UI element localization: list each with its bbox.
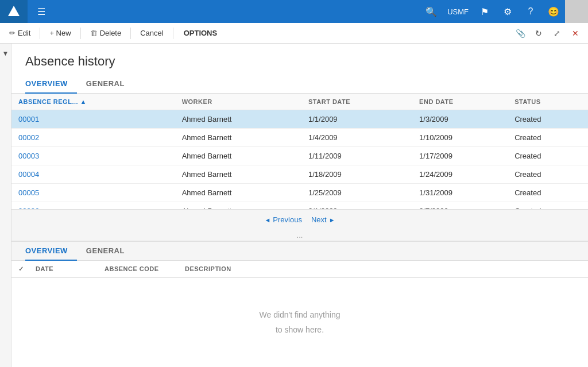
table-row[interactable]: 00005Ahmed Barnett1/25/20091/31/2009Crea… bbox=[11, 184, 588, 202]
top-nav: ☰ 🔍 USMF ⚑ ⚙ ? 😊 bbox=[0, 0, 588, 23]
flag-icon: ⚑ bbox=[481, 6, 489, 17]
lower-col-code: ABSENCE CODE bbox=[105, 265, 185, 273]
table-row[interactable]: 00001Ahmed Barnett1/1/20091/3/2009Create… bbox=[11, 110, 588, 129]
nav-left: ☰ bbox=[0, 0, 55, 23]
options-label[interactable]: OPTIONS bbox=[178, 26, 223, 40]
attach-button[interactable]: 📎 bbox=[512, 25, 528, 41]
next-arrow-icon: ► bbox=[329, 217, 335, 223]
help-icon: ? bbox=[528, 6, 533, 17]
tab-general-lower[interactable]: GENERAL bbox=[86, 242, 134, 261]
hamburger-button[interactable]: ☰ bbox=[28, 0, 55, 23]
tab-general-upper[interactable]: GENERAL bbox=[86, 75, 134, 94]
content-area: Absence history OVERVIEW GENERAL ABSENCE… bbox=[11, 44, 588, 367]
flag-button[interactable]: ⚑ bbox=[473, 0, 496, 23]
empty-message: We didn't find anything to show here. bbox=[11, 278, 588, 367]
user-button[interactable]: 😊 bbox=[542, 0, 565, 23]
search-icon: 🔍 bbox=[425, 6, 437, 17]
cancel-button[interactable]: Cancel bbox=[136, 26, 168, 40]
filter-icon[interactable]: ▼ bbox=[2, 49, 9, 57]
lower-col-check: ✓ bbox=[18, 265, 36, 273]
delete-button[interactable]: 🗑 Delete bbox=[86, 26, 126, 40]
tab-overview-lower[interactable]: OVERVIEW bbox=[25, 242, 77, 261]
previous-button[interactable]: ◄ Previous bbox=[264, 215, 301, 224]
lower-tabs: OVERVIEW GENERAL bbox=[11, 242, 588, 261]
separator-2 bbox=[80, 28, 81, 39]
app-logo[interactable] bbox=[0, 0, 28, 23]
table-wrapper[interactable]: ABSENCE REGL... ▲ WORKER START DATE END … bbox=[11, 94, 588, 209]
nav-right: 🔍 USMF ⚑ ⚙ ? 😊 bbox=[420, 0, 588, 23]
expand-icon: ⤢ bbox=[554, 29, 560, 38]
help-button[interactable]: ? bbox=[519, 0, 542, 23]
table-row[interactable]: 00002Ahmed Barnett1/4/20091/10/2009Creat… bbox=[11, 129, 588, 147]
table-row[interactable]: 00003Ahmed Barnett1/11/20091/17/2009Crea… bbox=[11, 147, 588, 165]
refresh-icon: ↻ bbox=[535, 29, 542, 38]
hamburger-icon: ☰ bbox=[37, 6, 45, 17]
next-button[interactable]: Next ► bbox=[311, 215, 335, 224]
search-button[interactable]: 🔍 bbox=[420, 0, 443, 23]
user-icon: 😊 bbox=[548, 6, 559, 17]
avatar[interactable] bbox=[565, 0, 588, 23]
close-icon: ✕ bbox=[572, 29, 579, 38]
lower-table-area: ✓ DATE ABSENCE CODE DESCRIPTION We didn'… bbox=[11, 261, 588, 367]
gear-icon: ⚙ bbox=[504, 6, 512, 17]
col-header-status[interactable]: STATUS bbox=[508, 94, 588, 110]
col-header-worker[interactable]: WORKER bbox=[175, 94, 301, 110]
table-row[interactable]: 00004Ahmed Barnett1/18/20091/24/2009Crea… bbox=[11, 165, 588, 184]
separator-4 bbox=[173, 28, 173, 39]
col-header-start[interactable]: START DATE bbox=[301, 94, 412, 110]
col-header-end[interactable]: END DATE bbox=[412, 94, 508, 110]
absence-table: ABSENCE REGL... ▲ WORKER START DATE END … bbox=[11, 94, 588, 209]
pagination-dots: ... bbox=[297, 231, 303, 239]
delete-icon: 🗑 bbox=[90, 29, 98, 37]
refresh-button[interactable]: ↻ bbox=[531, 25, 547, 41]
separator-3 bbox=[130, 28, 131, 39]
settings-button[interactable]: ⚙ bbox=[496, 0, 519, 23]
lower-section: OVERVIEW GENERAL ✓ DATE ABSENCE CODE bbox=[11, 241, 588, 367]
toolbar: ✏ Edit + New 🗑 Delete Cancel OPTIONS 📎 ↻… bbox=[0, 23, 588, 44]
separator-1 bbox=[40, 28, 40, 39]
paperclip-icon: 📎 bbox=[516, 29, 525, 38]
main-content: ▼ Absence history OVERVIEW GENERAL ABSE bbox=[0, 44, 588, 367]
prev-arrow-icon: ◄ bbox=[264, 217, 270, 223]
pagination-bar: ◄ Previous Next ► bbox=[11, 209, 588, 230]
tab-overview-upper[interactable]: OVERVIEW bbox=[25, 75, 77, 94]
upper-tabs: OVERVIEW GENERAL bbox=[11, 75, 588, 94]
new-button[interactable]: + New bbox=[45, 26, 75, 40]
toolbar-right: 📎 ↻ ⤢ ✕ bbox=[512, 25, 583, 41]
col-header-reg[interactable]: ABSENCE REGL... ▲ bbox=[11, 94, 175, 110]
expand-button[interactable]: ⤢ bbox=[549, 25, 565, 41]
lower-table-header: ✓ DATE ABSENCE CODE DESCRIPTION bbox=[11, 261, 588, 278]
edit-icon: ✏ bbox=[9, 29, 16, 37]
table-header-row: ABSENCE REGL... ▲ WORKER START DATE END … bbox=[11, 94, 588, 110]
edit-button[interactable]: ✏ Edit bbox=[5, 26, 35, 40]
logo-icon bbox=[8, 6, 20, 17]
filter-panel: ▼ bbox=[0, 44, 11, 367]
user-label[interactable]: USMF bbox=[443, 7, 473, 16]
page-title: Absence history bbox=[11, 44, 588, 75]
lower-col-date: DATE bbox=[36, 265, 105, 273]
lower-col-desc: DESCRIPTION bbox=[185, 265, 581, 273]
table-row[interactable]: 00006Ahmed Barnett2/1/20092/7/2009Create… bbox=[11, 202, 588, 210]
table-section: ABSENCE REGL... ▲ WORKER START DATE END … bbox=[11, 94, 588, 241]
close-button[interactable]: ✕ bbox=[567, 25, 583, 41]
